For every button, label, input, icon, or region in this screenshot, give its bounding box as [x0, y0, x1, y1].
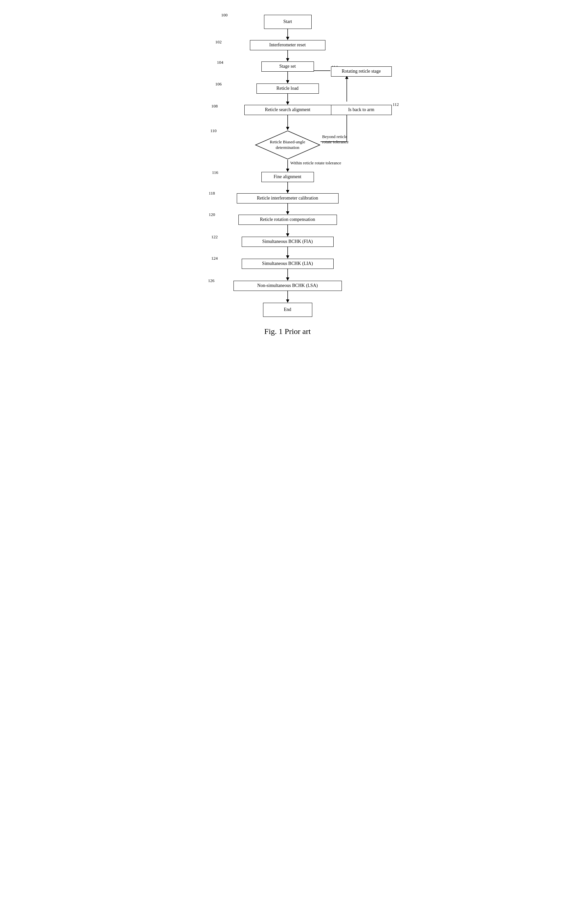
ref-112: 112	[393, 102, 399, 107]
svg-marker-3	[286, 58, 289, 62]
ref-110: 110	[211, 128, 217, 134]
simultaneous-bchk-fia-box: Simultaneous BCHK (FIA)	[242, 237, 334, 247]
reticle-load-box: Reticle load	[256, 83, 319, 94]
svg-marker-1	[286, 37, 289, 40]
ref-102: 102	[215, 40, 222, 45]
ref-108: 108	[211, 104, 218, 109]
ref-122: 122	[211, 234, 218, 240]
diamond-biased-angle: Reticle Biased-angle determination	[255, 130, 321, 160]
svg-text:Within reticle rotate toleranc: Within reticle rotate tolerance	[290, 161, 341, 165]
figure-caption: Fig. 1 Prior art	[173, 327, 403, 336]
rotating-reticle-stage-box: Rotating reticle stage	[331, 66, 392, 76]
svg-marker-9	[286, 127, 289, 130]
svg-marker-20	[286, 255, 289, 259]
ref-106: 106	[215, 81, 222, 87]
svg-marker-14	[286, 190, 289, 193]
start-box: Start	[264, 15, 311, 29]
reticle-interferometer-cal-box: Reticle interferometer calibration	[237, 193, 338, 204]
non-simultaneous-bchk-lsa-box: Non-simultaneous BCHK (LSA)	[233, 281, 342, 291]
ref-126: 126	[208, 278, 215, 284]
svg-marker-7	[286, 102, 289, 105]
svg-marker-24	[286, 300, 289, 303]
svg-marker-5	[286, 80, 289, 83]
interferometer-reset-box: Interferometer reset	[250, 40, 326, 50]
svg-marker-22	[286, 277, 289, 281]
svg-marker-16	[286, 211, 289, 215]
ref-104: 104	[217, 60, 224, 65]
fine-alignment-box: Fine alignment	[261, 172, 314, 182]
ref-124: 124	[211, 256, 218, 261]
ref-100: 100	[221, 13, 228, 18]
ref-120: 120	[209, 212, 215, 217]
ref-116: 116	[212, 170, 218, 175]
simultaneous-bchk-lia-box: Simultaneous BCHK (LIA)	[242, 259, 334, 269]
end-box: End	[263, 303, 312, 317]
svg-marker-11	[286, 169, 289, 172]
svg-marker-18	[286, 233, 289, 237]
svg-text:rotate tolerance: rotate tolerance	[322, 139, 349, 144]
stage-set-box: Stage set	[261, 62, 314, 72]
reticle-rotation-comp-box: Reticle rotation compensation	[238, 215, 337, 225]
diagram-container: Within reticle rotate tolerance Beyond r…	[173, 6, 403, 375]
reticle-search-alignment-box: Reticle search alignment	[244, 105, 331, 115]
svg-text:Beyond reticle: Beyond reticle	[322, 134, 347, 139]
ref-118: 118	[209, 191, 215, 196]
is-back-to-arm-box: Is back to arm	[331, 105, 392, 115]
